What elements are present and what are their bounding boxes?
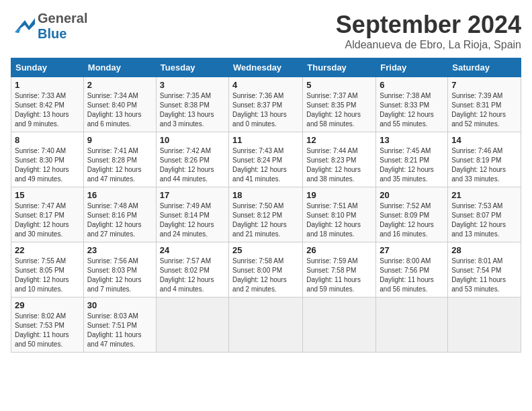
page-header: General Blue September 2024 Aldeanueva d… bbox=[11, 11, 521, 51]
day-info: Sunrise: 7:36 AM Sunset: 8:37 PM Dayligh… bbox=[232, 91, 299, 129]
day-info: Sunrise: 7:37 AM Sunset: 8:35 PM Dayligh… bbox=[306, 91, 372, 129]
day-number: 17 bbox=[160, 190, 225, 200]
day-info: Sunrise: 7:52 AM Sunset: 8:09 PM Dayligh… bbox=[380, 201, 444, 239]
day-number: 30 bbox=[87, 300, 152, 310]
day-info: Sunrise: 8:01 AM Sunset: 7:54 PM Dayligh… bbox=[451, 257, 517, 294]
day-info: Sunrise: 7:48 AM Sunset: 8:16 PM Dayligh… bbox=[87, 201, 152, 239]
title-block: September 2024 Aldeanueva de Ebro, La Ri… bbox=[336, 11, 521, 51]
day-info: Sunrise: 7:51 AM Sunset: 8:10 PM Dayligh… bbox=[306, 201, 372, 239]
day-info: Sunrise: 7:55 AM Sunset: 8:05 PM Dayligh… bbox=[15, 257, 80, 294]
day-number: 8 bbox=[15, 135, 80, 145]
calendar-cell: 28 Sunrise: 8:01 AM Sunset: 7:54 PM Dayl… bbox=[448, 242, 521, 298]
calendar-cell: 24 Sunrise: 7:57 AM Sunset: 8:02 PM Dayl… bbox=[156, 242, 228, 298]
logo-text: General Blue bbox=[38, 11, 87, 42]
day-number: 18 bbox=[232, 190, 299, 200]
calendar-cell bbox=[448, 298, 521, 353]
day-info: Sunrise: 7:46 AM Sunset: 8:19 PM Dayligh… bbox=[451, 146, 517, 184]
day-number: 1 bbox=[15, 80, 80, 90]
day-info: Sunrise: 7:59 AM Sunset: 7:58 PM Dayligh… bbox=[306, 257, 372, 294]
day-info: Sunrise: 7:33 AM Sunset: 8:42 PM Dayligh… bbox=[15, 91, 80, 129]
day-info: Sunrise: 7:44 AM Sunset: 8:23 PM Dayligh… bbox=[306, 146, 372, 184]
day-number: 19 bbox=[306, 190, 372, 200]
calendar-cell: 3 Sunrise: 7:35 AM Sunset: 8:38 PM Dayli… bbox=[156, 77, 228, 132]
calendar-cell: 2 Sunrise: 7:34 AM Sunset: 8:40 PM Dayli… bbox=[83, 77, 156, 132]
calendar-cell: 15 Sunrise: 7:47 AM Sunset: 8:17 PM Dayl… bbox=[11, 187, 84, 242]
calendar-cell: 10 Sunrise: 7:42 AM Sunset: 8:26 PM Dayl… bbox=[156, 132, 228, 187]
location-title: Aldeanueva de Ebro, La Rioja, Spain bbox=[336, 39, 521, 51]
calendar-cell: 20 Sunrise: 7:52 AM Sunset: 8:09 PM Dayl… bbox=[376, 187, 448, 242]
header-sunday: Sunday bbox=[11, 58, 84, 77]
day-info: Sunrise: 7:57 AM Sunset: 8:02 PM Dayligh… bbox=[160, 257, 225, 294]
day-number: 12 bbox=[306, 135, 372, 145]
calendar-cell bbox=[156, 298, 228, 353]
day-number: 27 bbox=[380, 245, 444, 255]
calendar-cell: 18 Sunrise: 7:50 AM Sunset: 8:12 PM Dayl… bbox=[229, 187, 303, 242]
header-wednesday: Wednesday bbox=[229, 58, 303, 77]
day-info: Sunrise: 7:49 AM Sunset: 8:14 PM Dayligh… bbox=[160, 201, 225, 239]
header-tuesday: Tuesday bbox=[156, 58, 228, 77]
day-info: Sunrise: 7:41 AM Sunset: 8:28 PM Dayligh… bbox=[87, 146, 152, 184]
calendar-week-5: 29 Sunrise: 8:02 AM Sunset: 7:53 PM Dayl… bbox=[11, 298, 521, 353]
calendar-week-3: 15 Sunrise: 7:47 AM Sunset: 8:17 PM Dayl… bbox=[11, 187, 521, 242]
calendar-cell: 27 Sunrise: 8:00 AM Sunset: 7:56 PM Dayl… bbox=[376, 242, 448, 298]
header-monday: Monday bbox=[83, 58, 156, 77]
day-info: Sunrise: 7:34 AM Sunset: 8:40 PM Dayligh… bbox=[87, 91, 152, 129]
day-info: Sunrise: 7:50 AM Sunset: 8:12 PM Dayligh… bbox=[232, 201, 299, 239]
calendar-week-1: 1 Sunrise: 7:33 AM Sunset: 8:42 PM Dayli… bbox=[11, 77, 521, 132]
calendar-week-4: 22 Sunrise: 7:55 AM Sunset: 8:05 PM Dayl… bbox=[11, 242, 521, 298]
calendar-cell: 17 Sunrise: 7:49 AM Sunset: 8:14 PM Dayl… bbox=[156, 187, 228, 242]
calendar-cell: 5 Sunrise: 7:37 AM Sunset: 8:35 PM Dayli… bbox=[303, 77, 376, 132]
day-info: Sunrise: 8:00 AM Sunset: 7:56 PM Dayligh… bbox=[380, 257, 444, 294]
day-number: 22 bbox=[15, 245, 80, 255]
month-title: September 2024 bbox=[336, 11, 521, 39]
header-thursday: Thursday bbox=[303, 58, 376, 77]
header-saturday: Saturday bbox=[448, 58, 521, 77]
header-friday: Friday bbox=[376, 58, 448, 77]
day-number: 7 bbox=[451, 80, 517, 90]
calendar-cell: 11 Sunrise: 7:43 AM Sunset: 8:24 PM Dayl… bbox=[229, 132, 303, 187]
day-info: Sunrise: 7:45 AM Sunset: 8:21 PM Dayligh… bbox=[380, 146, 444, 184]
calendar-header-row: Sunday Monday Tuesday Wednesday Thursday… bbox=[11, 58, 521, 77]
svg-marker-0 bbox=[15, 18, 35, 32]
day-number: 21 bbox=[451, 190, 517, 200]
day-number: 13 bbox=[380, 135, 444, 145]
calendar-cell: 19 Sunrise: 7:51 AM Sunset: 8:10 PM Dayl… bbox=[303, 187, 376, 242]
day-number: 25 bbox=[232, 245, 299, 255]
day-info: Sunrise: 8:02 AM Sunset: 7:53 PM Dayligh… bbox=[15, 312, 80, 349]
day-number: 11 bbox=[232, 135, 299, 145]
day-info: Sunrise: 7:35 AM Sunset: 8:38 PM Dayligh… bbox=[160, 91, 225, 129]
calendar-cell: 7 Sunrise: 7:39 AM Sunset: 8:31 PM Dayli… bbox=[448, 77, 521, 132]
day-number: 10 bbox=[160, 135, 225, 145]
day-number: 20 bbox=[380, 190, 444, 200]
day-number: 23 bbox=[87, 245, 152, 255]
calendar-cell: 6 Sunrise: 7:38 AM Sunset: 8:33 PM Dayli… bbox=[376, 77, 448, 132]
calendar-cell: 26 Sunrise: 7:59 AM Sunset: 7:58 PM Dayl… bbox=[303, 242, 376, 298]
calendar-cell: 12 Sunrise: 7:44 AM Sunset: 8:23 PM Dayl… bbox=[303, 132, 376, 187]
calendar-cell: 30 Sunrise: 8:03 AM Sunset: 7:51 PM Dayl… bbox=[83, 298, 156, 353]
day-info: Sunrise: 7:53 AM Sunset: 8:07 PM Dayligh… bbox=[451, 201, 517, 239]
calendar-cell: 22 Sunrise: 7:55 AM Sunset: 8:05 PM Dayl… bbox=[11, 242, 84, 298]
day-number: 4 bbox=[232, 80, 299, 90]
calendar-week-2: 8 Sunrise: 7:40 AM Sunset: 8:30 PM Dayli… bbox=[11, 132, 521, 187]
calendar-cell: 21 Sunrise: 7:53 AM Sunset: 8:07 PM Dayl… bbox=[448, 187, 521, 242]
calendar-cell: 1 Sunrise: 7:33 AM Sunset: 8:42 PM Dayli… bbox=[11, 77, 84, 132]
calendar-cell: 9 Sunrise: 7:41 AM Sunset: 8:28 PM Dayli… bbox=[83, 132, 156, 187]
day-number: 9 bbox=[87, 135, 152, 145]
day-info: Sunrise: 7:47 AM Sunset: 8:17 PM Dayligh… bbox=[15, 201, 80, 239]
day-number: 26 bbox=[306, 245, 372, 255]
calendar-cell: 8 Sunrise: 7:40 AM Sunset: 8:30 PM Dayli… bbox=[11, 132, 84, 187]
day-number: 3 bbox=[160, 80, 225, 90]
day-info: Sunrise: 7:58 AM Sunset: 8:00 PM Dayligh… bbox=[232, 257, 299, 294]
calendar-cell: 29 Sunrise: 8:02 AM Sunset: 7:53 PM Dayl… bbox=[11, 298, 84, 353]
calendar-cell bbox=[303, 298, 376, 353]
day-info: Sunrise: 7:56 AM Sunset: 8:03 PM Dayligh… bbox=[87, 257, 152, 294]
day-info: Sunrise: 7:43 AM Sunset: 8:24 PM Dayligh… bbox=[232, 146, 299, 184]
day-number: 6 bbox=[380, 80, 444, 90]
calendar-cell bbox=[229, 298, 303, 353]
calendar-cell: 13 Sunrise: 7:45 AM Sunset: 8:21 PM Dayl… bbox=[376, 132, 448, 187]
calendar-cell: 23 Sunrise: 7:56 AM Sunset: 8:03 PM Dayl… bbox=[83, 242, 156, 298]
calendar-cell: 14 Sunrise: 7:46 AM Sunset: 8:19 PM Dayl… bbox=[448, 132, 521, 187]
day-number: 5 bbox=[306, 80, 372, 90]
day-number: 28 bbox=[451, 245, 517, 255]
day-info: Sunrise: 8:03 AM Sunset: 7:51 PM Dayligh… bbox=[87, 312, 152, 349]
